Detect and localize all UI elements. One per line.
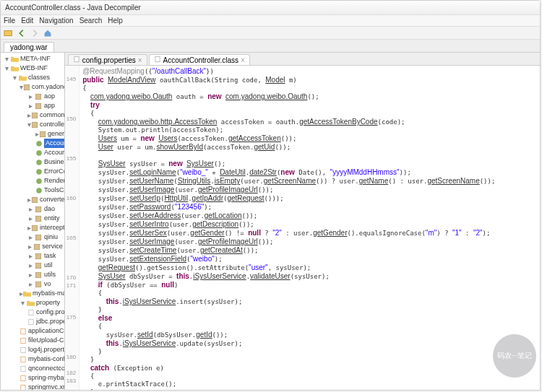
tree-node[interactable]: ▸task [1,251,64,261]
editor-tab-label: AccountController.class [163,56,239,64]
tree-node[interactable]: ▸service [1,242,64,251]
tree-node[interactable]: spring-mybatis.xml [1,373,64,383]
editor-area: config.properties×AccountController.clas… [65,53,540,391]
tree-node[interactable]: ▸app [1,101,64,110]
menu-help[interactable]: Help [108,17,123,25]
expand-icon[interactable]: ▸ [27,92,34,101]
svg-rect-17 [35,235,41,240]
tree-node[interactable]: ▾property [1,298,64,308]
expand-icon[interactable]: ▸ [27,214,34,223]
cls-icon [35,140,43,147]
xml-icon [20,384,27,391]
tree-node[interactable]: ▸vo [1,279,64,289]
tree-node[interactable]: springmvc.xml [1,383,64,391]
menu-navigation[interactable]: Navigation [39,17,73,25]
tree-node[interactable]: RenderController.class [1,176,64,186]
tree-node[interactable]: ▾com.yadong [1,82,64,92]
close-icon[interactable]: × [138,56,142,64]
tree-node[interactable]: ▸entity [1,214,64,223]
forward-icon[interactable] [30,28,40,38]
project-tab-bar: yadong.war [1,40,540,53]
svg-rect-30 [21,375,25,381]
tree-node[interactable]: ▸aop [1,92,64,101]
tree-node[interactable]: ▸converter [1,195,64,204]
tree-node[interactable]: AccountRenderController.class [1,148,64,157]
tree-label: aop [44,92,55,101]
tree-node[interactable]: ▸interceptor [1,223,64,232]
expand-icon[interactable]: ▾ [20,298,26,308]
svg-rect-41 [74,56,79,62]
tree-node[interactable]: ToolsController.class [1,186,64,195]
tree-node[interactable]: ▸qiniu [1,232,64,242]
tree-label: service [42,242,63,251]
cls-icon [35,178,43,185]
tree-node[interactable]: ▸generation [1,129,64,139]
txt-icon [27,318,35,326]
tree-label: jdbc.properties [36,317,65,326]
svg-rect-1 [24,84,30,90]
folder-icon [23,290,31,297]
svg-rect-26 [21,338,25,344]
line-gutter: 145 150 155 160 165 170171 175 180 18218… [65,66,79,391]
svg-point-7 [36,141,42,147]
tree-node[interactable]: ▸mybatis-mapper [1,289,64,298]
cls-icon [35,168,43,175]
editor-tab[interactable]: AccountController.class× [149,54,250,65]
expand-icon[interactable]: ▸ [27,270,34,279]
tree-node[interactable]: ▸common [1,110,64,120]
expand-icon[interactable]: ▾ [4,64,10,73]
tree-node[interactable]: ▸utils [1,270,64,279]
tree-label: config.properties [36,308,65,317]
expand-icon[interactable]: ▸ [27,242,33,251]
tree-node[interactable]: mybatis-conf.xml [1,354,64,364]
app-window: AccountController.class - Java Decompile… [0,0,541,391]
open-icon[interactable] [4,28,14,38]
expand-icon[interactable]: ▾ [4,54,10,64]
back-icon[interactable] [17,28,27,38]
pkg-icon [31,225,38,232]
tree-node[interactable]: applicationContext.xml [1,326,64,336]
pkg-icon [34,281,43,288]
tree-node[interactable]: qnconnectconfig.properties [1,364,64,373]
expand-icon[interactable]: ▾ [12,73,18,82]
svg-rect-19 [35,253,41,259]
expand-icon[interactable]: ▸ [27,204,34,214]
tree-node[interactable]: ▸util [1,261,64,270]
expand-icon[interactable]: ▸ [27,279,34,289]
code-view[interactable]: 145 150 155 160 165 170171 175 180 18218… [65,66,540,391]
tree-node[interactable]: ▾controller [1,120,64,129]
menu-edit[interactable]: Edit [21,17,33,25]
menu-file[interactable]: File [4,17,15,25]
svg-point-12 [36,188,42,193]
svg-rect-5 [32,122,38,128]
tree-node[interactable]: ▾classes [1,73,64,82]
expand-icon[interactable]: ▸ [27,232,34,242]
close-icon[interactable]: × [241,56,245,64]
tree-label: log4j.properties [28,345,65,354]
svg-rect-4 [32,113,38,118]
expand-icon[interactable]: ▸ [27,261,34,270]
tree-node[interactable]: BusinessController.class [1,157,64,167]
svg-point-9 [36,160,42,165]
tree-label: spring-mybatis.xml [28,373,65,383]
expand-icon[interactable]: ▸ [27,101,34,110]
editor-tab[interactable]: config.properties× [68,54,147,65]
tree-label: vo [44,279,51,289]
svg-rect-29 [21,366,25,372]
tree-node[interactable]: ▾META-INF [1,54,64,64]
project-tab[interactable]: yadong.war [4,42,54,52]
tree-node[interactable]: config.properties [1,308,64,317]
tree-node[interactable]: log4j.properties [1,345,64,354]
tree-node[interactable]: ▸dao [1,204,64,214]
tree-label: ErrorController.class [44,167,65,176]
tree-node[interactable]: ErrorController.class [1,167,64,176]
tree-node[interactable]: fileUpload-Context.xml [1,336,64,345]
xml-icon [20,328,27,335]
home-icon[interactable] [43,28,53,38]
expand-icon[interactable]: ▸ [27,251,34,261]
tree-node[interactable]: jdbc.properties [1,317,64,326]
package-explorer[interactable]: ▾META-INF▾WEB-INF▾classes▾com.yadong▸aop… [1,53,65,391]
tree-node[interactable]: ▾WEB-INF [1,64,64,73]
tree-node[interactable]: AccountController.class [1,139,64,148]
menu-search[interactable]: Search [79,17,103,25]
